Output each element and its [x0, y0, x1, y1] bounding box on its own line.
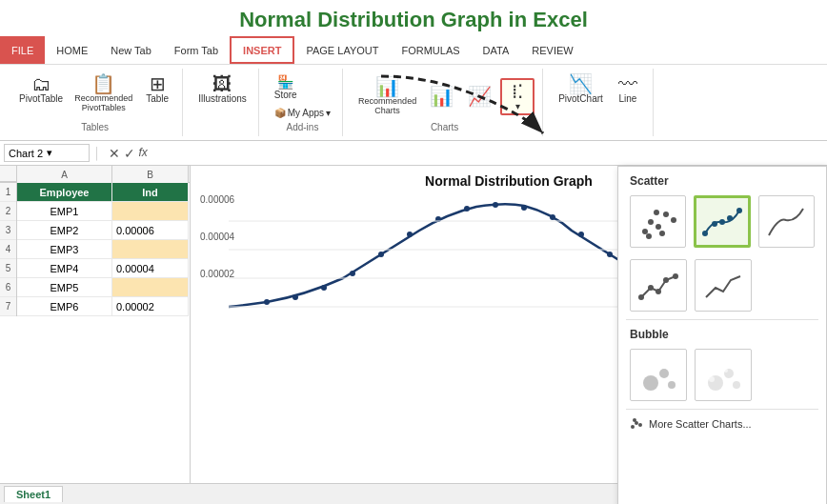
row-num-4: 4: [0, 240, 16, 259]
illustrations-button[interactable]: 🖼 Illustrations: [194, 72, 251, 106]
addins-items: 🏪 Store 📦 My Apps ▾: [271, 72, 334, 120]
table-label: Table: [146, 93, 169, 104]
tab-insert[interactable]: INSERT: [230, 36, 294, 64]
cell-b3[interactable]: 0.00006: [112, 221, 189, 240]
cell-b4[interactable]: [112, 240, 189, 259]
svg-point-45: [724, 369, 728, 373]
y-axis-labels: 0.00006 0.00004 0.00002: [200, 194, 234, 279]
cell-a1[interactable]: Employee: [17, 183, 112, 202]
tab-home[interactable]: HOME: [45, 36, 99, 64]
more-scatter-charts-link[interactable]: More Scatter Charts...: [618, 410, 826, 438]
line-label: Line: [618, 93, 636, 104]
charts-items: 📊 RecommendedCharts 📊 📈 ⁞⁚ ▾: [354, 72, 535, 120]
cell-b5[interactable]: 0.00004: [112, 259, 189, 278]
cell-a3[interactable]: EMP2: [17, 221, 112, 240]
pivotchart-button[interactable]: 📉 PivotChart: [555, 72, 607, 106]
cell-a2[interactable]: EMP1: [17, 202, 112, 221]
row-num-5: 5: [0, 259, 16, 278]
name-box-dropdown[interactable]: ▾: [47, 147, 52, 159]
svg-point-22: [648, 219, 654, 225]
bubble-option[interactable]: [630, 349, 687, 401]
pivottable-label: PivotTable: [19, 93, 63, 104]
line-chart-button[interactable]: 📈: [462, 85, 496, 108]
col-header-b: B: [112, 166, 189, 183]
confirm-icon[interactable]: ✓: [124, 146, 135, 161]
row-num-3: 3: [0, 221, 16, 240]
column-chart-button[interactable]: 📊: [424, 85, 458, 108]
line-chart-icon: 📈: [468, 87, 492, 106]
tab-formulas[interactable]: FORMULAS: [390, 36, 471, 64]
svg-point-37: [663, 277, 669, 283]
table-button[interactable]: ⊞ Table: [140, 72, 174, 106]
cell-b1[interactable]: Ind: [112, 183, 189, 202]
scatter-line-dots-option[interactable]: [630, 259, 687, 312]
svg-point-34: [638, 294, 644, 300]
spreadsheet-area: A B 1 2 3 4 5 6 7 Employee EMP1 EMP: [0, 166, 191, 504]
scatter-smooth-option[interactable]: [758, 195, 815, 248]
svg-point-8: [493, 202, 498, 208]
illustrations-label: Illustrations: [198, 93, 247, 104]
bubble-3d-icon: [702, 356, 744, 394]
store-button[interactable]: 🏪 Store: [271, 72, 301, 102]
recommended-charts-button[interactable]: 📊 RecommendedCharts: [354, 75, 420, 117]
scatter-dots-option[interactable]: [630, 195, 686, 248]
svg-point-25: [671, 217, 676, 223]
tab-newtab[interactable]: New Tab: [99, 36, 163, 64]
scatter-line-dots-icon: [637, 267, 679, 305]
bubble-3d-option[interactable]: [695, 349, 752, 401]
myapps-icon: 📦: [274, 108, 286, 118]
sheet-tab-1[interactable]: Sheet1: [4, 486, 63, 502]
formula-input[interactable]: [155, 148, 823, 159]
tab-review[interactable]: REVIEW: [520, 36, 584, 64]
scatter-options-row2: [618, 255, 826, 319]
scatter-smooth-dots-option[interactable]: [694, 195, 750, 248]
svg-point-29: [702, 231, 708, 236]
row-numbers: 1 2 3 4 5 6 7: [0, 183, 17, 316]
tab-pagelayout[interactable]: PAGE LAYOUT: [294, 36, 390, 64]
scatter-dropdown-panel: Scatter: [617, 166, 827, 504]
formula-divider: │: [93, 147, 101, 160]
cell-a7[interactable]: EMP6: [17, 297, 112, 316]
myapps-button[interactable]: 📦 My Apps ▾: [271, 106, 334, 120]
scatter-chart-button[interactable]: ⁞⁚ ▾: [500, 78, 535, 115]
recommended-pivottables-icon: 📋: [91, 74, 115, 93]
svg-point-7: [464, 206, 470, 212]
cell-a4[interactable]: EMP3: [17, 240, 112, 259]
tables-items: 🗂 PivotTable 📋 RecommendedPivotTables ⊞ …: [15, 72, 174, 114]
corner-cell: [0, 166, 17, 182]
tab-formtab[interactable]: Form Tab: [163, 36, 230, 64]
name-box[interactable]: Chart 2 ▾: [4, 144, 90, 162]
bubble-icon: [637, 356, 679, 394]
cancel-icon[interactable]: ✕: [109, 146, 120, 161]
formula-bar: Chart 2 ▾ │ ✕ ✓ fx: [0, 141, 827, 166]
col-a-data: Employee EMP1 EMP2 EMP3 EMP4 EMP5 EMP6: [17, 183, 112, 316]
scatter-section-title: Scatter: [618, 167, 826, 192]
scatter-dots-small-icon: [630, 417, 643, 431]
svg-point-12: [607, 252, 613, 257]
svg-point-43: [709, 376, 715, 382]
myapps-label: My Apps: [288, 108, 324, 118]
pivotchart-label: PivotChart: [558, 93, 603, 104]
tab-data[interactable]: DATA: [472, 36, 521, 64]
cell-a5[interactable]: EMP4: [17, 259, 112, 278]
rows-area: 1 2 3 4 5 6 7 Employee EMP1 EMP2 EMP3 EM…: [0, 183, 190, 316]
table-icon: ⊞: [150, 74, 166, 93]
cell-b6[interactable]: [112, 278, 189, 297]
y-label-3: 0.00002: [200, 269, 234, 279]
cell-b7[interactable]: 0.00002: [112, 297, 189, 316]
svg-point-32: [727, 215, 733, 221]
recommended-pivottables-button[interactable]: 📋 RecommendedPivotTables: [71, 72, 136, 114]
bubble-options-row: [618, 345, 826, 409]
row-num-1: 1: [0, 183, 16, 202]
pivottable-button[interactable]: 🗂 PivotTable: [15, 72, 67, 106]
cell-a6[interactable]: EMP5: [17, 278, 112, 297]
line-sparkline-button[interactable]: 〰 Line: [611, 72, 645, 106]
svg-point-11: [578, 232, 584, 237]
scatter-line-option[interactable]: [695, 259, 752, 312]
illustrations-items: 🖼 Illustrations: [194, 72, 251, 106]
cell-b2[interactable]: [112, 202, 189, 221]
svg-point-1: [292, 294, 298, 300]
tab-file[interactable]: FILE: [0, 36, 45, 64]
scatter-smooth-icon: [765, 203, 807, 241]
column-chart-icon: 📊: [430, 87, 454, 106]
